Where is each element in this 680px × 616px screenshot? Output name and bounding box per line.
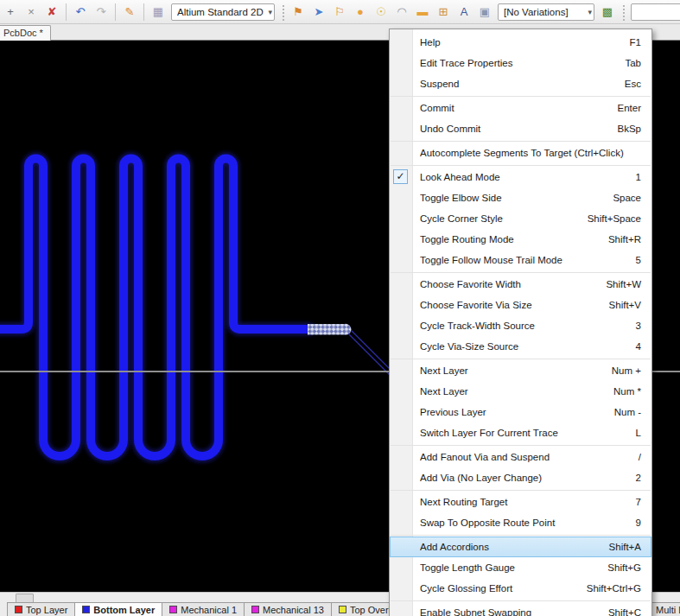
layer-tab[interactable]: Mechanical 1 xyxy=(162,602,245,616)
menu-separator xyxy=(391,272,651,273)
menu-item[interactable]: Next Routing Target 7 xyxy=(390,492,651,512)
checkmark-icon: ✓ xyxy=(393,169,408,184)
pen-icon[interactable]: ✎ xyxy=(120,3,139,22)
menu-item[interactable]: Next Layer Num * xyxy=(390,381,651,402)
menu-shortcut: Shift+W xyxy=(599,279,641,289)
menu-item[interactable]: Cycle Glossing Effort Shift+Ctrl+G xyxy=(390,578,651,599)
toolbar-drag-handle[interactable] xyxy=(621,3,625,21)
menu-shortcut: 7 xyxy=(629,497,641,507)
menu-separator xyxy=(391,490,651,491)
menu-item[interactable]: Cycle Corner Style Shift+Space xyxy=(390,208,651,229)
menu-item[interactable]: Suspend Esc xyxy=(390,73,651,94)
fill-icon[interactable]: ▬ xyxy=(413,3,432,22)
toolbar-drag-handle[interactable] xyxy=(281,3,284,21)
menu-item[interactable]: ✓ Look Ahead Mode 1 xyxy=(390,167,651,187)
menu-shortcut: 5 xyxy=(629,255,641,265)
clear-filter-icon[interactable]: ✘ xyxy=(42,3,61,22)
arc-icon[interactable]: ◠ xyxy=(392,3,411,22)
menu-item[interactable]: Edit Trace Properties Tab xyxy=(390,53,651,73)
menu-shortcut: Shift+G xyxy=(601,562,641,573)
snap-select-icon[interactable]: × xyxy=(22,3,41,22)
menu-separator xyxy=(391,165,651,166)
layer-tab[interactable]: Mechanical 13 xyxy=(244,602,332,616)
autoroute-connection-icon[interactable]: ➤ xyxy=(309,3,328,22)
menu-item[interactable]: Next Layer Num + xyxy=(390,360,651,381)
menu-item[interactable]: Cycle Via-Size Source 4 xyxy=(390,336,651,357)
menu-shortcut: 9 xyxy=(629,518,641,528)
menu-shortcut: Num * xyxy=(607,386,641,397)
pad-array-icon[interactable]: ⊞ xyxy=(434,3,453,22)
menu-item[interactable]: Previous Layer Num - xyxy=(390,402,651,422)
menu-shortcut: Shift+V xyxy=(602,300,641,310)
main-toolbar: + × ✘ ↶ ↷ ✎ ▦ Altium Standard 2D ▾ ⚑ ➤ ⚐… xyxy=(0,0,680,24)
menu-item[interactable]: Add Fanout Via and Suspend / xyxy=(390,447,651,467)
menu-shortcut: Num - xyxy=(607,407,641,417)
layer-color-chip xyxy=(15,606,22,613)
menu-item[interactable]: Toggle Follow Mouse Trail Mode 5 xyxy=(390,250,651,270)
menu-shortcut: Shift+A xyxy=(602,542,641,552)
autoroute-net-icon[interactable]: ⚐ xyxy=(330,3,349,22)
toolbar-separator xyxy=(143,3,144,21)
menu-shortcut: 2 xyxy=(629,473,641,483)
menu-item[interactable]: Swap To Opposite Route Point 9 xyxy=(390,512,651,533)
interactive-routing-context-menu: Help F1 Edit Trace Properties Tab Suspen… xyxy=(389,29,652,616)
menu-shortcut: Shift+R xyxy=(601,234,641,244)
menu-shortcut: Num + xyxy=(605,365,641,376)
variations-combo[interactable]: [No Variations] ▾ xyxy=(498,3,594,21)
string-icon[interactable]: A xyxy=(454,3,473,22)
toolbar-separator xyxy=(115,3,116,21)
menu-item[interactable]: Add Accordions Shift+A xyxy=(390,537,651,557)
lookahead-end-cap xyxy=(340,324,352,335)
menu-item[interactable]: Enable Subnet Swapping Shift+C xyxy=(390,602,651,616)
menu-shortcut: BkSp xyxy=(611,124,642,134)
menu-separator xyxy=(391,445,651,446)
menu-separator xyxy=(391,535,651,536)
menu-separator xyxy=(391,96,651,97)
footprint-icon[interactable]: ▦ xyxy=(149,3,168,22)
layer-color-chip xyxy=(339,606,346,613)
via-icon[interactable]: ☉ xyxy=(372,3,391,22)
menu-item[interactable]: Undo Commit BkSp xyxy=(390,118,651,139)
undo-icon[interactable]: ↶ xyxy=(71,3,90,22)
layer-tab[interactable]: Bottom Layer xyxy=(74,602,162,616)
menu-shortcut: L xyxy=(629,428,641,438)
blank-combo[interactable]: ▾ xyxy=(631,3,680,21)
view-configuration-combo[interactable]: Altium Standard 2D ▾ xyxy=(171,3,275,21)
menu-item[interactable]: Add Via (No Layer Change) 2 xyxy=(390,467,651,488)
menu-item[interactable]: Autocomplete Segments To Target (Ctrl+Cl… xyxy=(390,143,651,163)
menu-shortcut: Space xyxy=(606,193,641,203)
menu-shortcut: Tab xyxy=(618,58,641,68)
chevron-down-icon[interactable]: ▾ xyxy=(583,8,592,16)
chevron-down-icon[interactable]: ▾ xyxy=(264,8,272,16)
menu-separator xyxy=(391,141,651,142)
menu-item[interactable]: Toggle Length Gauge Shift+G xyxy=(390,557,651,578)
redo-icon[interactable]: ↷ xyxy=(92,3,111,22)
menu-shortcut: / xyxy=(632,452,641,462)
menu-shortcut: F1 xyxy=(623,37,641,48)
menu-separator xyxy=(391,359,651,359)
menu-item[interactable]: Help F1 xyxy=(390,32,651,53)
crosshair-icon[interactable]: + xyxy=(1,3,20,22)
menu-shortcut: Shift+Space xyxy=(581,213,641,224)
layer-color-chip xyxy=(169,606,177,613)
menu-item[interactable]: Choose Favorite Via Size Shift+V xyxy=(390,295,651,315)
menu-item[interactable]: Cycle Track-Width Source 3 xyxy=(390,315,651,336)
document-tab[interactable]: PcbDoc * xyxy=(0,25,51,41)
pad-icon[interactable]: ● xyxy=(351,3,370,22)
menu-shortcut: 4 xyxy=(629,341,641,352)
layer-tab[interactable]: Top Layer xyxy=(7,602,75,616)
menu-item[interactable]: Toggle Elbow Side Space xyxy=(390,187,651,208)
menu-shortcut: Enter xyxy=(611,103,642,113)
menu-item[interactable]: Toggle Routing Mode Shift+R xyxy=(390,229,651,250)
interactive-routing-icon[interactable]: ⚑ xyxy=(289,3,308,22)
menu-separator xyxy=(391,600,651,601)
menu-item[interactable]: Switch Layer For Current Trace L xyxy=(390,422,651,443)
board-icon[interactable]: ▩ xyxy=(598,3,617,22)
menu-shortcut: Esc xyxy=(618,79,641,89)
serpentine-trace[interactable] xyxy=(0,159,309,457)
lookahead-hatched-segment xyxy=(308,324,346,335)
menu-item[interactable]: Choose Favorite Width Shift+W xyxy=(390,274,651,295)
toolbar-separator xyxy=(66,3,67,21)
component-icon[interactable]: ▣ xyxy=(475,3,494,22)
menu-item[interactable]: Commit Enter xyxy=(390,98,651,118)
